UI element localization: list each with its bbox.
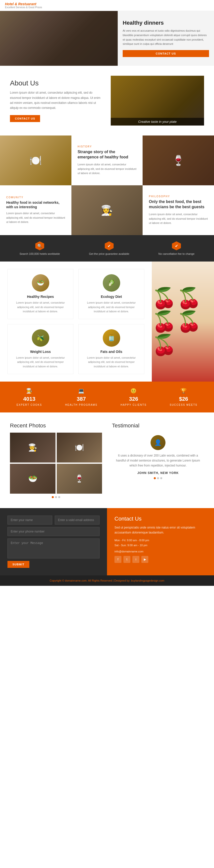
recipe-desc-1: Lorem ipsum dolor sit amet, consectetur …	[13, 301, 68, 314]
submit-button[interactable]: SUBMIT	[7, 561, 29, 568]
stat-cooks: 👨‍🍳 4013 EXPERT COOKS	[16, 388, 42, 406]
community-description: Lorem ipsum dolor sit amet, consectetur …	[6, 211, 65, 224]
footer-text: Copyright © domainname.com. All Rights R…	[50, 579, 165, 582]
cooks-label: EXPERT COOKS	[16, 403, 42, 406]
clients-label: HAPPY CLIENTS	[120, 403, 147, 406]
programs-icon: 💻	[78, 388, 84, 394]
photo-dots	[10, 496, 102, 498]
hours-weekend: Sat - Sun: 9:00 am - 10 pm	[114, 543, 207, 548]
recipe-title-4: Fats and Oils	[83, 350, 139, 354]
recipe-desc-2: Lorem ipsum dolor sit amet, consectetur …	[83, 301, 139, 314]
message-textarea[interactable]	[7, 538, 100, 558]
social-icons: f t i ▶	[114, 556, 207, 563]
meets-number: $26	[179, 396, 188, 402]
contact-section: SUBMIT Contact Us Sed ut perspiciatis un…	[0, 508, 214, 575]
recent-photos-title: Recent Photos	[10, 423, 102, 429]
feature-text-2: Get the price guarantee available	[89, 252, 130, 255]
testimonial-dot-2[interactable]	[157, 477, 159, 479]
cooks-icon: 👨‍🍳	[26, 388, 32, 394]
philosophy-description: Lorem ipsum dolor sit amet, consectetur …	[149, 212, 208, 225]
about-image-container: Creative taste in your plate	[111, 76, 204, 126]
hero-cta-button[interactable]: CONTACT US	[123, 50, 209, 57]
feature-text-1: Search 100,000 hotels worldwide	[20, 252, 60, 255]
stat-meets: 🏆 $26 SUCCESS MEETS	[170, 388, 198, 406]
photo-item-1: 👨‍🍳	[10, 433, 56, 463]
philosophy-category: PHILOSOPHY	[149, 195, 208, 198]
recipe-title-1: Healthy Recipes	[13, 294, 68, 299]
contact-info-description: Sed ut perspiciatis unde omnis iste natu…	[114, 525, 207, 535]
logo-subtitle: Excellent Services & Good Prices	[5, 6, 42, 9]
history-image-2: 🍷	[143, 135, 214, 185]
feature-item-1: 🔍 Search 100,000 hotels worldwide	[20, 241, 60, 255]
features-bar: 🔍 Search 100,000 hotels worldwide ✔ Get …	[0, 235, 214, 261]
testimonial-dot-3[interactable]	[160, 477, 162, 479]
contact-email: info@domainname.com	[114, 550, 207, 553]
form-row-1	[7, 516, 100, 525]
recipe-title-3: Weight Loss	[13, 350, 68, 354]
recipe-card-2: 🥬 Ecology Diet Lorem ipsum dolor sit ame…	[78, 269, 144, 319]
about-image-caption: Creative taste in your plate	[111, 118, 204, 126]
testimonial-content: 👤 It uses a dictionary of over 200 Latin…	[112, 433, 204, 482]
youtube-icon[interactable]: ▶	[141, 556, 148, 563]
recipe-card-3: 🫒 Weight Loss Lorem ipsum dolor sit amet…	[7, 324, 73, 374]
community-category: COMUNITY	[6, 196, 65, 199]
footer: Copyright © domainname.com. All Rights R…	[0, 575, 214, 586]
stat-programs: 💻 387 HEALTH PROGRAMS	[65, 388, 98, 406]
recipe-card-4: 🫙 Fats and Oils Lorem ipsum dolor sit am…	[78, 324, 144, 374]
recipe-card-1: 🥗 Healthy Recipes Lorem ipsum dolor sit …	[7, 269, 73, 319]
photo-item-4: 🍷	[57, 464, 102, 494]
logo: Hotel & Restuarant	[5, 2, 42, 6]
history-content: HISTORY Strange story of the emergence o…	[71, 135, 143, 185]
recipe-image-3: 🫒	[32, 329, 49, 347]
email-input[interactable]	[55, 516, 100, 525]
hero-description: At vero eos et accusamus et iusto odio d…	[123, 29, 209, 46]
recipes-section: 🥗 Healthy Recipes Lorem ipsum dolor sit …	[0, 261, 214, 381]
contact-info-title: Contact Us	[114, 516, 207, 522]
photos-grid: 👨‍🍳 🍽️ 🥗 🍷	[10, 433, 102, 494]
about-cta-button[interactable]: CONTACT US	[10, 115, 40, 122]
recent-testimonial-section: Recent Photos 👨‍🍳 🍽️ 🥗 🍷 Testimonial 👤 I…	[0, 412, 214, 508]
stat-clients: 😊 326 HAPPY CLIENTS	[120, 388, 147, 406]
contact-info: Contact Us Sed ut perspiciatis unde omni…	[107, 508, 214, 575]
search-icon: 🔍	[35, 241, 44, 250]
feature-item-2: ✔ Get the price guarantee available	[89, 241, 130, 255]
form-row-2	[7, 527, 100, 536]
about-title: About Us	[10, 79, 103, 87]
photo-item-2: 🍽️	[57, 433, 102, 463]
cooks-number: 4013	[23, 396, 35, 402]
about-section: About Us Lorem ipsum dolor sit amet, con…	[0, 66, 214, 135]
logo-text-main: Hotel	[5, 2, 15, 6]
community-content: COMUNITY Healthy food in social networks…	[0, 185, 71, 235]
meets-label: SUCCESS MEETS	[170, 403, 198, 406]
testimonial-text: It uses a dictionary of over 200 Latin w…	[114, 453, 202, 468]
meets-icon: 🏆	[180, 388, 187, 394]
philosophy-content: PHILOSOPHY Only the best food, the best …	[143, 185, 214, 235]
recipe-title-2: Ecology Diet	[83, 294, 139, 299]
recipes-side-image: 🍒🍒🍒🍒🍒	[152, 261, 214, 381]
philosophy-title: Only the best food, the best musicians b…	[149, 199, 208, 210]
recipe-desc-4: Lorem ipsum dolor sit amet, consectetur …	[83, 356, 139, 369]
programs-number: 387	[77, 396, 86, 402]
testimonial-dot-1[interactable]	[154, 477, 156, 479]
stats-bar: 👨‍🍳 4013 EXPERT COOKS 💻 387 HEALTH PROGR…	[0, 381, 214, 412]
dot-1[interactable]	[52, 496, 54, 498]
photo-item-3: 🥗	[10, 464, 56, 494]
recipe-image-2: 🥬	[103, 274, 120, 292]
testimonial-dots	[114, 477, 202, 479]
phone-input[interactable]	[7, 527, 100, 536]
check-icon-2: ✔	[172, 241, 181, 250]
hero-title: Healthy dinners	[123, 20, 209, 26]
dot-2[interactable]	[55, 496, 57, 498]
dot-3[interactable]	[58, 496, 60, 498]
feature-text-3: No cancellation fee to change	[158, 252, 194, 255]
instagram-icon[interactable]: i	[132, 556, 139, 563]
history-image-1: 🍽️	[0, 135, 71, 185]
twitter-icon[interactable]: t	[123, 556, 131, 563]
name-input[interactable]	[7, 516, 52, 525]
community-title: Healthy food in social networks, with us…	[6, 200, 65, 209]
form-row-3	[7, 538, 100, 558]
history-title: Strange story of the emergence of health…	[78, 150, 137, 160]
facebook-icon[interactable]: f	[114, 556, 121, 563]
testimonial-title: Testimonial	[112, 423, 204, 429]
history-section: 🍽️ HISTORY Strange story of the emergenc…	[0, 135, 214, 235]
